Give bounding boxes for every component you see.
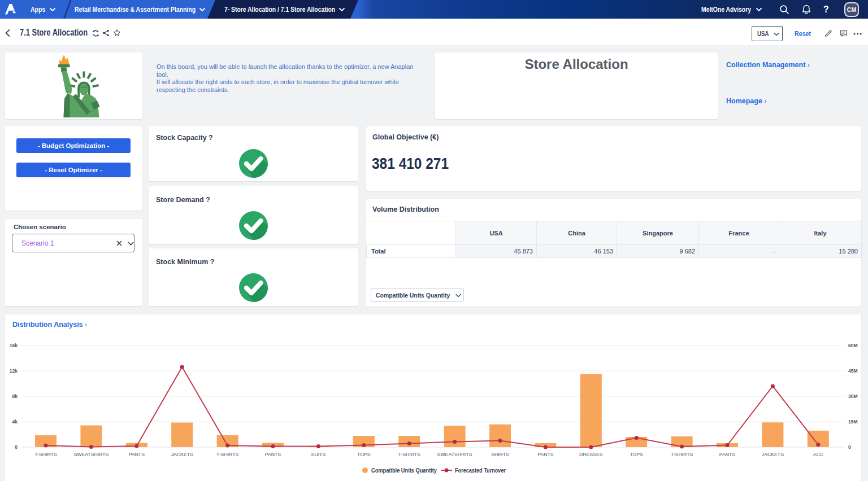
svg-text:30M: 30M: [848, 393, 858, 399]
svg-text:16k: 16k: [10, 343, 18, 348]
svg-text:T-SHIRTS: T-SHIRTS: [216, 452, 239, 457]
svg-text:8k: 8k: [12, 393, 18, 399]
svg-text:TOPS: TOPS: [357, 452, 371, 457]
svg-text:60M: 60M: [848, 343, 858, 348]
svg-text:JACKETS: JACKETS: [171, 452, 193, 457]
svg-text:SWEATSHIRTS: SWEATSHIRTS: [437, 452, 472, 457]
svg-text:T-SHIRTS: T-SHIRTS: [671, 452, 693, 457]
svg-text:PANTS: PANTS: [719, 452, 736, 457]
svg-text:ACC: ACC: [813, 452, 823, 457]
svg-text:12k: 12k: [10, 368, 18, 374]
svg-text:SUITS: SUITS: [311, 452, 326, 457]
svg-text:TOPS: TOPS: [630, 452, 643, 457]
svg-text:45M: 45M: [848, 368, 858, 374]
svg-text:SHIRTS: SHIRTS: [491, 452, 509, 457]
svg-text:DRESSES: DRESSES: [579, 452, 603, 457]
svg-text:T-SHIRTS: T-SHIRTS: [398, 452, 420, 457]
svg-text:SWEATSHIRTS: SWEATSHIRTS: [73, 452, 108, 457]
svg-text:PANTS: PANTS: [265, 452, 281, 457]
svg-text:0: 0: [15, 444, 18, 450]
svg-text:T-SHIRTS: T-SHIRTS: [34, 452, 57, 457]
svg-text:0: 0: [848, 444, 851, 450]
svg-text:Forecasted Turnover: Forecasted Turnover: [455, 467, 506, 474]
svg-text:4k: 4k: [12, 419, 18, 425]
svg-text:PANTS: PANTS: [129, 452, 145, 457]
svg-text:PANTS: PANTS: [537, 452, 554, 457]
svg-text:15M: 15M: [848, 419, 858, 425]
svg-text:Compatible Units Quantity: Compatible Units Quantity: [371, 467, 437, 474]
svg-text:JACKETS: JACKETS: [762, 452, 784, 457]
